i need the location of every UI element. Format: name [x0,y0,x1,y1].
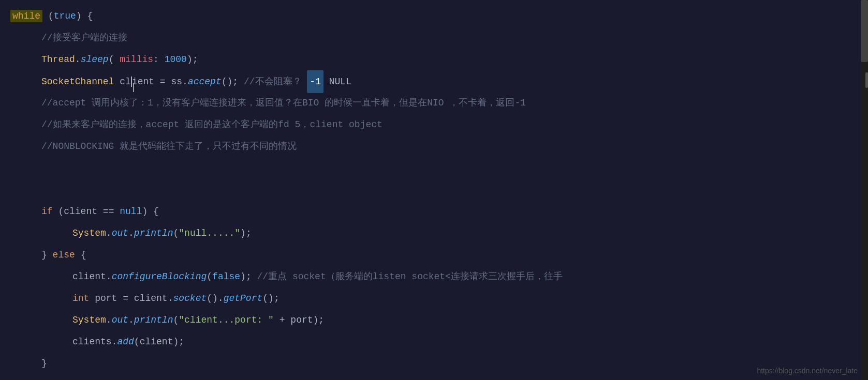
line-7: //NONBLOCKING 就是代码能往下走了，只不过有不同的情况 [10,135,868,157]
code-editor: while (true) { //接受客户端的连接 Thread.sleep( … [0,0,868,380]
line-2: //接受客户端的连接 [10,27,868,49]
line-13: client.configureBlocking(false); //重点 so… [10,266,868,287]
line-10: if (client == null) { [10,201,868,222]
line-4: SocketChannel cl|ient = ss.accept(); //不… [10,70,868,92]
highlight-minus1: -1 [307,70,323,93]
line-17: } [10,353,868,374]
line-3: Thread.sleep( millis: 1000); [10,49,868,70]
keyword-while: while [10,10,42,22]
line-empty-1 [10,157,868,179]
scrollbar-thumb-mini[interactable] [865,72,868,88]
watermark: https://blog.csdn.net/never_late [757,367,858,375]
vertical-scrollbar[interactable] [861,0,868,380]
line-15: System.out.println("client...port: " + p… [10,309,868,331]
line-16: clients.add(client); [10,331,868,353]
line-5: //accept 调用内核了：1，没有客户端连接进来，返回值？在BIO 的时候一… [10,92,868,114]
line-11: System.out.println("null....."); [10,222,868,244]
code-content: while (true) { //接受客户端的连接 Thread.sleep( … [0,0,868,379]
line-empty-2 [10,179,868,201]
line-6: //如果来客户端的连接，accept 返回的是这个客户端的fd 5，client… [10,114,868,135]
line-1: while (true) { [10,5,868,27]
scrollbar-thumb[interactable] [861,0,868,62]
line-14: int port = client.socket().getPort(); [10,287,868,309]
line-12: } else { [10,244,868,266]
